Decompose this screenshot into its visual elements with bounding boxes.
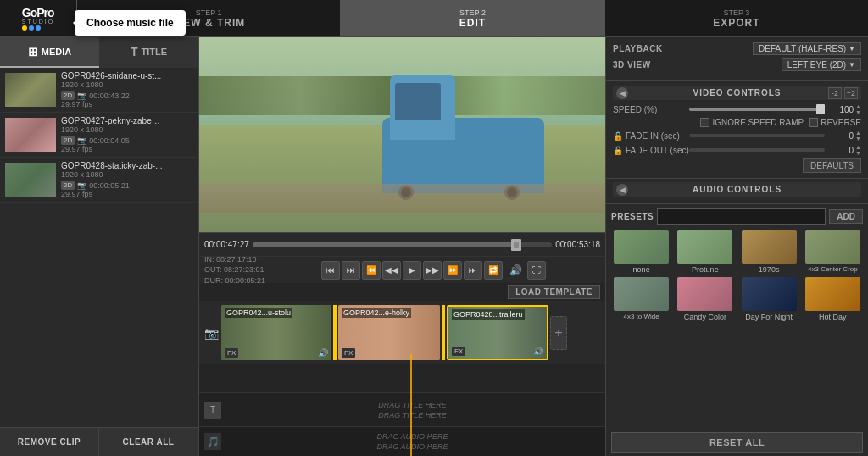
speed-slider[interactable] [689, 108, 825, 111]
clip-info: GOPR0427-pekny-zaber-... 1920 x 1080 2D … [61, 116, 193, 153]
tab-title[interactable]: T TITLE [99, 37, 198, 68]
tab-export[interactable]: STEP 3 EXPORT [604, 0, 868, 36]
audio-controls-toggle[interactable]: ◀ [616, 184, 628, 196]
audio-controls-header: ◀ AUDIO CONTROLS [613, 182, 861, 197]
preset-4x3center[interactable]: 4x3 Center Crop [803, 230, 863, 274]
drag-title-2: DRAG TITLE HERE [378, 411, 447, 420]
remove-clip-button[interactable]: REMOVE CLIP [0, 428, 99, 456]
fadeout-down-arrow[interactable]: ▼ [855, 150, 861, 156]
load-template-button[interactable]: LOAD TEMPLATE [508, 285, 600, 299]
presets-search-input[interactable] [657, 208, 826, 225]
preset-candy-color[interactable]: Candy Color [675, 277, 735, 321]
plus2-btn[interactable]: +2 [844, 87, 858, 99]
fadein-down-arrow[interactable]: ▼ [855, 136, 861, 142]
prev-frame-btn[interactable]: ⏭ [342, 261, 360, 280]
rewind-btn[interactable]: ◀◀ [382, 261, 401, 280]
preset-none-thumb [614, 230, 669, 264]
clip-cam-icon: 📷 [77, 92, 86, 100]
clip-audio-icon: 🔊 [318, 348, 328, 358]
clip-divider[interactable] [442, 305, 445, 360]
preset-day-for-night[interactable]: Day For Night [739, 277, 799, 321]
playback-label: PLAYBACK [613, 44, 663, 53]
clip-cam-icon: 📷 [77, 181, 86, 190]
prev-clip-btn[interactable]: ⏮ [321, 261, 340, 280]
gopro-text: GoPro [22, 7, 54, 19]
clip-thumbnail [5, 163, 56, 197]
speed-up-arrow[interactable]: ▲ [855, 103, 861, 109]
minus2-btn[interactable]: -2 [828, 87, 842, 99]
speed-label: SPEED (%) [613, 105, 689, 114]
fullscreen-btn[interactable]: ⛶ [527, 261, 546, 280]
scrubber-fill [253, 242, 516, 247]
forward-fast-btn[interactable]: ⏩ [443, 261, 462, 280]
timeline-scrubber[interactable] [253, 242, 552, 247]
ignore-ramp-checkbox[interactable] [700, 118, 709, 127]
fade-out-slider[interactable] [689, 148, 825, 152]
list-item[interactable]: GOPR0428-staticky-zab-... 1920 x 1080 2D… [0, 158, 198, 203]
title-track: T DRAG TITLE HERE DRAG TITLE HERE [199, 392, 605, 426]
dot-blue [29, 25, 34, 31]
timeline-clip-selected[interactable]: GOPR0428...traileru FX 🔊 [447, 305, 548, 360]
timeline-clip[interactable]: GOPR042...e-holky FX [338, 305, 440, 360]
speed-down-arrow[interactable]: ▼ [855, 109, 861, 115]
list-item[interactable]: GOPR0426-snidane-u-st... 1920 x 1080 2D … [0, 68, 198, 113]
play-btn[interactable]: ▶ [403, 261, 421, 280]
title-label: TITLE [142, 47, 168, 57]
drag-audio-2: DRAG AUDIO HERE [376, 442, 448, 451]
clear-all-button[interactable]: CLEAR ALL [99, 428, 198, 456]
speed-arrows: ▲ ▼ [855, 103, 861, 115]
loop-btn[interactable]: 🔁 [484, 261, 503, 280]
clip-label: GOPR0428...traileru [452, 309, 525, 320]
tab-edit[interactable]: STEP 2 EDIT [340, 0, 604, 36]
fadein-up-arrow[interactable]: ▲ [855, 130, 861, 136]
playhead [410, 354, 412, 456]
presets-add-button[interactable]: ADD [829, 209, 863, 224]
preset-none[interactable]: none [611, 230, 671, 274]
load-template-bar: LOAD TEMPLATE [199, 283, 605, 301]
clip-fx: FX [452, 347, 465, 356]
reset-all-button[interactable]: RESET ALL [611, 432, 863, 453]
clip-name: GOPR0426-snidane-u-st... [61, 71, 163, 81]
preset-protune-thumb [677, 230, 732, 264]
next-clip-btn[interactable]: ⏭ [464, 261, 482, 280]
fade-out-label: FADE OUT (sec) [626, 146, 689, 155]
title-track-icon[interactable]: T [204, 402, 221, 419]
list-item[interactable]: GOPR0427-pekny-zaber-... 1920 x 1080 2D … [0, 113, 198, 158]
clip-cam-icon: 📷 [77, 136, 86, 145]
step1-num: STEP 1 [196, 8, 222, 17]
3d-view-dropdown[interactable]: LEFT EYE (2D) ▼ [782, 58, 861, 71]
defaults-button[interactable]: DEFAULTS [803, 158, 861, 173]
gopro-brand-text: GoPro STUDIO [22, 7, 54, 31]
fade-in-slider[interactable] [689, 134, 825, 137]
clip-badges: 2D 📷 00:00:04:05 [61, 136, 193, 145]
rewind-fast-btn[interactable]: ⏪ [362, 261, 381, 280]
playback-controls: IN: 08:27:17:10 OUT: 08:27:23:01 DUR: 00… [199, 256, 605, 283]
timeline-area: 📷 GOPR042...u-stolu FX 🔊 GOPR042...e-hol… [199, 301, 605, 456]
reverse-checkbox[interactable] [809, 118, 818, 127]
audio-track-icon[interactable]: 🎵 [204, 433, 221, 450]
preset-protune[interactable]: Protune [675, 230, 735, 274]
timeline-clip[interactable]: GOPR042...u-stolu FX 🔊 [221, 305, 331, 360]
clip-badge-2d: 2D [61, 91, 75, 100]
audio-controls-section: ◀ AUDIO CONTROLS [606, 179, 868, 204]
scrubber-handle[interactable] [511, 239, 521, 251]
preset-4x3center-label: 4x3 Center Crop [808, 265, 858, 273]
clip-divider[interactable] [333, 305, 337, 360]
forward-btn[interactable]: ▶▶ [423, 261, 442, 280]
fadeout-up-arrow[interactable]: ▲ [855, 144, 861, 150]
preset-1970s[interactable]: 1970s [739, 230, 799, 274]
playback-dropdown[interactable]: DEFAULT (HALF-RES) ▼ [753, 42, 861, 55]
add-clip-button[interactable]: + [550, 316, 567, 350]
3d-view-row: 3D VIEW LEFT EYE (2D) ▼ [613, 58, 861, 71]
studio-text: STUDIO [22, 19, 54, 25]
clip-badge-2d: 2D [61, 181, 75, 190]
speed-slider-handle[interactable] [816, 104, 825, 114]
fade-out-row: 🔒 FADE OUT (sec) 0 ▲ ▼ [613, 144, 861, 156]
video-controls-toggle[interactable]: ◀ [616, 87, 628, 99]
preset-4x3wide[interactable]: 4x3 to Wide [611, 277, 671, 321]
preset-hot-day[interactable]: Hot Day [803, 277, 863, 321]
tab-media[interactable]: ⊞ MEDIA [0, 37, 99, 68]
video-controls-header: ◀ VIDEO CONTROLS -2 +2 [613, 86, 861, 100]
bottom-buttons: REMOVE CLIP CLEAR ALL [0, 427, 198, 456]
in-time: IN: 08:27:17:10 [204, 254, 265, 265]
